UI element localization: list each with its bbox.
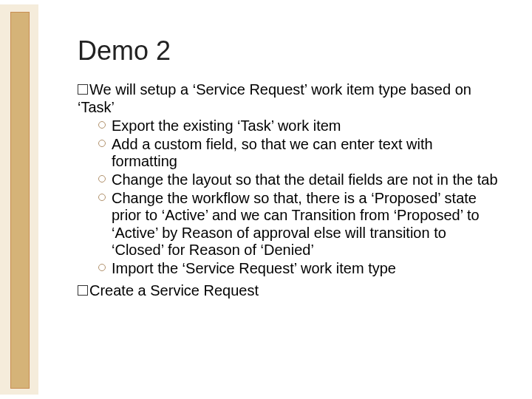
sub-bullet-item: Change the layout so that the detail fie…	[98, 171, 499, 189]
ring-bullet-icon	[98, 194, 106, 201]
slide-content: Demo 2 We will setup a ‘Service Request’…	[78, 35, 499, 301]
slide-body: We will setup a ‘Service Request’ work i…	[78, 81, 499, 299]
slide-accent-strip	[10, 12, 30, 389]
sub-bullet-text: Change the layout so that the detail fie…	[112, 171, 498, 188]
sub-bullet-item: Add a custom field, so that we can enter…	[98, 136, 499, 171]
ring-bullet-icon	[98, 140, 106, 147]
sub-bullet-list: Export the existing ‘Task’ work item Add…	[98, 117, 499, 277]
bullet-item: We will setup a ‘Service Request’ work i…	[78, 81, 499, 116]
square-bullet-icon	[78, 84, 88, 95]
ring-bullet-icon	[98, 175, 106, 183]
sub-bullet-text: Change the workflow so that, there is a …	[112, 190, 480, 259]
sub-bullet-text: Export the existing ‘Task’ work item	[112, 117, 341, 134]
square-bullet-icon	[78, 285, 88, 296]
sub-bullet-text: Add a custom field, so that we can enter…	[112, 136, 433, 170]
bullet-text: We will setup a ‘Service Request’ work i…	[78, 81, 471, 115]
sub-bullet-item: Import the ‘Service Request’ work item t…	[98, 260, 499, 278]
sub-bullet-item: Change the workflow so that, there is a …	[98, 190, 499, 259]
sub-bullet-item: Export the existing ‘Task’ work item	[98, 117, 499, 135]
ring-bullet-icon	[98, 264, 106, 271]
sub-bullet-text: Import the ‘Service Request’ work item t…	[112, 260, 396, 276]
slide-title: Demo 2	[78, 35, 499, 66]
ring-bullet-icon	[98, 121, 106, 129]
bullet-text: Create a Service Request	[89, 282, 259, 299]
bullet-item: Create a Service Request	[78, 282, 499, 300]
